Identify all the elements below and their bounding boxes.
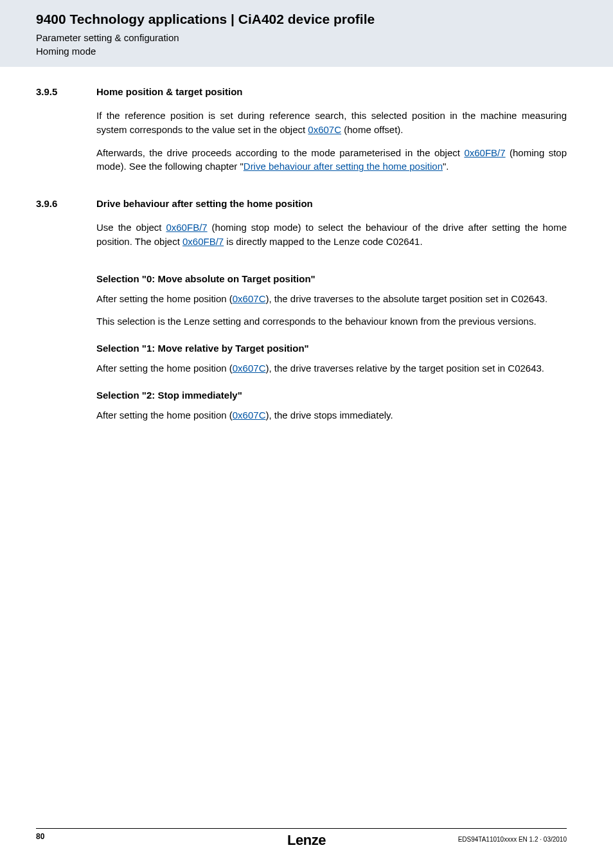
section-number: 3.9.5 (36, 86, 96, 183)
footer-rule (36, 828, 567, 829)
doc-sub1: Parameter setting & configuration (36, 31, 613, 44)
paragraph: This selection is the Lenze setting and … (96, 314, 567, 329)
doc-link[interactable]: 0x607C (233, 363, 266, 374)
paragraph: After setting the home position (0x607C)… (96, 361, 567, 375)
doc-link[interactable]: 0x60FB/7 (464, 147, 505, 158)
subsection-heading: Selection "0: Move absolute on Target po… (96, 273, 567, 284)
footer-docid: EDS94TA11010xxxx EN 1.2 · 03/2010 (458, 836, 567, 843)
section: 3.9.6Drive behaviour after setting the h… (36, 198, 567, 258)
content-area: 3.9.5Home position & target positionIf t… (0, 67, 613, 422)
footer: 80 Lenze EDS94TA11010xxxx EN 1.2 · 03/20… (0, 832, 613, 851)
paragraph: If the reference position is set during … (96, 109, 567, 137)
page-number: 80 (36, 832, 44, 841)
doc-link[interactable]: 0x60FB/7 (182, 236, 224, 247)
section-heading: Drive behaviour after setting the home p… (96, 198, 567, 209)
doc-link[interactable]: 0x607C (308, 124, 341, 135)
subsection-heading: Selection "1: Move relative by Target po… (96, 343, 567, 354)
doc-link[interactable]: 0x607C (233, 410, 266, 420)
paragraph: After setting the home position (0x607C)… (96, 292, 567, 306)
doc-link[interactable]: Drive behaviour after setting the home p… (244, 161, 443, 172)
paragraph: Use the object 0x60FB/7 (homing stop mod… (96, 221, 567, 249)
header-band: 9400 Technology applications | CiA402 de… (0, 0, 613, 67)
section: 3.9.5Home position & target positionIf t… (36, 86, 567, 183)
doc-sub2: Homing mode (36, 44, 613, 58)
doc-link[interactable]: 0x60FB/7 (166, 222, 207, 233)
paragraph: Afterwards, the drive proceeds according… (96, 146, 567, 174)
subsection: Selection "1: Move relative by Target po… (96, 343, 567, 375)
doc-link[interactable]: 0x607C (233, 293, 266, 304)
section-body: Home position & target positionIf the re… (96, 86, 567, 183)
section-heading: Home position & target position (96, 86, 567, 97)
subsection-heading: Selection "2: Stop immediately" (96, 390, 567, 401)
section-body: Drive behaviour after setting the home p… (96, 198, 567, 258)
section-number: 3.9.6 (36, 198, 96, 258)
paragraph: After setting the home position (0x607C)… (96, 408, 567, 422)
subsection: Selection "0: Move absolute on Target po… (96, 273, 567, 329)
doc-title: 9400 Technology applications | CiA402 de… (36, 12, 613, 27)
footer-logo: Lenze (287, 832, 326, 849)
subsection: Selection "2: Stop immediately"After set… (96, 390, 567, 422)
